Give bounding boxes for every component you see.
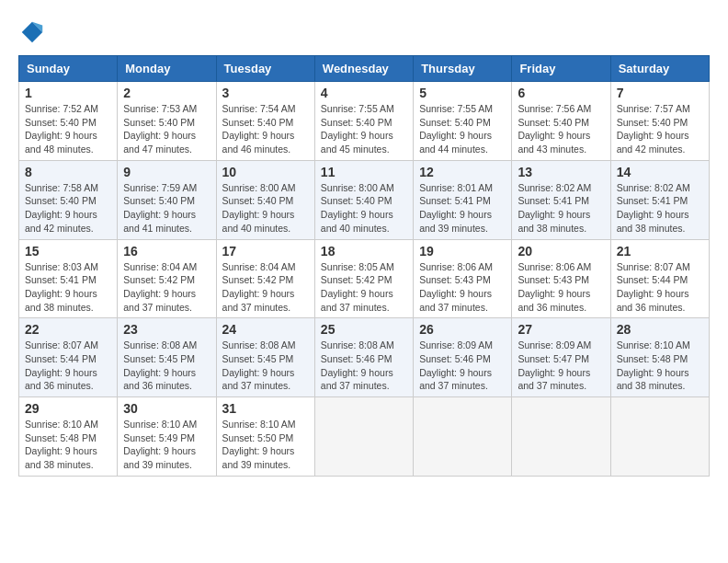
calendar-cell: 19Sunrise: 8:06 AMSunset: 5:43 PMDayligh… — [414, 239, 512, 318]
day-number: 5 — [419, 86, 506, 100]
day-number: 9 — [123, 165, 210, 179]
calendar-week-row: 22Sunrise: 8:07 AMSunset: 5:44 PMDayligh… — [19, 318, 710, 397]
calendar-cell: 12Sunrise: 8:01 AMSunset: 5:41 PMDayligh… — [414, 160, 512, 239]
weekday-header-sunday: Sunday — [19, 56, 118, 82]
day-info: Sunrise: 7:55 AMSunset: 5:40 PMDaylight:… — [419, 102, 506, 156]
calendar-cell: 22Sunrise: 8:07 AMSunset: 5:44 PMDayligh… — [19, 318, 118, 397]
day-number: 17 — [222, 244, 309, 259]
calendar-table: SundayMondayTuesdayWednesdayThursdayFrid… — [18, 55, 710, 477]
day-number: 25 — [321, 322, 407, 337]
weekday-header-thursday: Thursday — [414, 56, 512, 82]
day-info: Sunrise: 7:56 AMSunset: 5:40 PMDaylight:… — [518, 102, 604, 156]
weekday-header-tuesday: Tuesday — [216, 56, 314, 82]
day-number: 8 — [25, 165, 111, 179]
calendar-cell: 28Sunrise: 8:10 AMSunset: 5:48 PMDayligh… — [610, 318, 709, 397]
calendar-cell: 23Sunrise: 8:08 AMSunset: 5:45 PMDayligh… — [118, 318, 216, 397]
calendar-week-row: 1Sunrise: 7:52 AMSunset: 5:40 PMDaylight… — [19, 82, 710, 161]
day-number: 10 — [222, 165, 309, 179]
day-number: 28 — [617, 322, 703, 337]
day-info: Sunrise: 8:10 AMSunset: 5:48 PMDaylight:… — [617, 339, 703, 393]
day-info: Sunrise: 8:08 AMSunset: 5:45 PMDaylight:… — [123, 339, 210, 393]
day-info: Sunrise: 8:10 AMSunset: 5:49 PMDaylight:… — [123, 418, 210, 472]
day-info: Sunrise: 8:10 AMSunset: 5:50 PMDaylight:… — [222, 418, 309, 472]
calendar-cell: 6Sunrise: 7:56 AMSunset: 5:40 PMDaylight… — [512, 82, 610, 161]
calendar-cell: 17Sunrise: 8:04 AMSunset: 5:42 PMDayligh… — [216, 239, 314, 318]
calendar-cell — [314, 397, 413, 477]
calendar-cell — [512, 397, 610, 477]
day-number: 6 — [518, 86, 604, 100]
day-info: Sunrise: 7:55 AMSunset: 5:40 PMDaylight:… — [321, 102, 407, 156]
day-number: 20 — [518, 244, 604, 259]
day-number: 29 — [25, 401, 111, 416]
day-info: Sunrise: 7:54 AMSunset: 5:40 PMDaylight:… — [222, 102, 309, 156]
calendar-cell — [414, 397, 512, 477]
logo — [18, 18, 50, 46]
day-number: 11 — [321, 165, 407, 179]
day-info: Sunrise: 7:53 AMSunset: 5:40 PMDaylight:… — [123, 102, 210, 156]
calendar-cell: 5Sunrise: 7:55 AMSunset: 5:40 PMDaylight… — [414, 82, 512, 161]
day-info: Sunrise: 7:52 AMSunset: 5:40 PMDaylight:… — [25, 102, 111, 156]
day-number: 23 — [123, 322, 210, 337]
day-number: 31 — [222, 401, 309, 416]
page-header — [18, 18, 710, 46]
calendar-cell: 24Sunrise: 8:08 AMSunset: 5:45 PMDayligh… — [216, 318, 314, 397]
day-number: 22 — [25, 322, 111, 337]
day-number: 19 — [419, 244, 506, 259]
day-number: 16 — [123, 244, 210, 259]
day-number: 7 — [617, 86, 703, 100]
day-number: 2 — [123, 86, 210, 100]
calendar-cell: 18Sunrise: 8:05 AMSunset: 5:42 PMDayligh… — [314, 239, 413, 318]
day-info: Sunrise: 8:02 AMSunset: 5:41 PMDaylight:… — [518, 181, 604, 236]
day-info: Sunrise: 7:59 AMSunset: 5:40 PMDaylight:… — [123, 181, 210, 236]
weekday-header-wednesday: Wednesday — [314, 56, 413, 82]
day-info: Sunrise: 8:10 AMSunset: 5:48 PMDaylight:… — [25, 418, 111, 472]
calendar-cell: 16Sunrise: 8:04 AMSunset: 5:42 PMDayligh… — [118, 239, 216, 318]
calendar-cell: 1Sunrise: 7:52 AMSunset: 5:40 PMDaylight… — [19, 82, 118, 161]
day-number: 12 — [419, 165, 506, 179]
calendar-cell: 21Sunrise: 8:07 AMSunset: 5:44 PMDayligh… — [610, 239, 709, 318]
day-info: Sunrise: 8:07 AMSunset: 5:44 PMDaylight:… — [617, 260, 703, 315]
day-info: Sunrise: 7:58 AMSunset: 5:40 PMDaylight:… — [25, 181, 111, 236]
day-info: Sunrise: 8:03 AMSunset: 5:41 PMDaylight:… — [25, 260, 111, 315]
calendar-week-row: 29Sunrise: 8:10 AMSunset: 5:48 PMDayligh… — [19, 397, 710, 477]
weekday-header-friday: Friday — [512, 56, 610, 82]
calendar-cell: 4Sunrise: 7:55 AMSunset: 5:40 PMDaylight… — [314, 82, 413, 161]
logo-icon — [18, 18, 46, 46]
calendar-cell: 10Sunrise: 8:00 AMSunset: 5:40 PMDayligh… — [216, 160, 314, 239]
calendar-cell: 27Sunrise: 8:09 AMSunset: 5:47 PMDayligh… — [512, 318, 610, 397]
day-info: Sunrise: 8:06 AMSunset: 5:43 PMDaylight:… — [518, 260, 604, 315]
day-info: Sunrise: 8:06 AMSunset: 5:43 PMDaylight:… — [419, 260, 506, 315]
day-number: 4 — [321, 86, 407, 100]
calendar-cell: 8Sunrise: 7:58 AMSunset: 5:40 PMDaylight… — [19, 160, 118, 239]
day-info: Sunrise: 8:08 AMSunset: 5:45 PMDaylight:… — [222, 339, 309, 393]
calendar-header-row: SundayMondayTuesdayWednesdayThursdayFrid… — [19, 56, 710, 82]
day-info: Sunrise: 8:07 AMSunset: 5:44 PMDaylight:… — [25, 339, 111, 393]
calendar-cell: 9Sunrise: 7:59 AMSunset: 5:40 PMDaylight… — [118, 160, 216, 239]
calendar-cell — [610, 397, 709, 477]
day-info: Sunrise: 8:00 AMSunset: 5:40 PMDaylight:… — [222, 181, 309, 236]
calendar-cell: 13Sunrise: 8:02 AMSunset: 5:41 PMDayligh… — [512, 160, 610, 239]
weekday-header-monday: Monday — [118, 56, 216, 82]
calendar-cell: 14Sunrise: 8:02 AMSunset: 5:41 PMDayligh… — [610, 160, 709, 239]
day-info: Sunrise: 8:04 AMSunset: 5:42 PMDaylight:… — [222, 260, 309, 315]
calendar-cell: 26Sunrise: 8:09 AMSunset: 5:46 PMDayligh… — [414, 318, 512, 397]
calendar-cell: 30Sunrise: 8:10 AMSunset: 5:49 PMDayligh… — [118, 397, 216, 477]
calendar-cell: 20Sunrise: 8:06 AMSunset: 5:43 PMDayligh… — [512, 239, 610, 318]
day-number: 24 — [222, 322, 309, 337]
day-number: 30 — [123, 401, 210, 416]
calendar-cell: 15Sunrise: 8:03 AMSunset: 5:41 PMDayligh… — [19, 239, 118, 318]
day-number: 27 — [518, 322, 604, 337]
calendar-cell: 2Sunrise: 7:53 AMSunset: 5:40 PMDaylight… — [118, 82, 216, 161]
day-number: 15 — [25, 244, 111, 259]
day-info: Sunrise: 8:08 AMSunset: 5:46 PMDaylight:… — [321, 339, 407, 393]
calendar-week-row: 15Sunrise: 8:03 AMSunset: 5:41 PMDayligh… — [19, 239, 710, 318]
day-number: 3 — [222, 86, 309, 100]
day-info: Sunrise: 8:05 AMSunset: 5:42 PMDaylight:… — [321, 260, 407, 315]
day-info: Sunrise: 7:57 AMSunset: 5:40 PMDaylight:… — [617, 102, 703, 156]
calendar-cell: 29Sunrise: 8:10 AMSunset: 5:48 PMDayligh… — [19, 397, 118, 477]
day-info: Sunrise: 8:04 AMSunset: 5:42 PMDaylight:… — [123, 260, 210, 315]
day-number: 14 — [617, 165, 703, 179]
day-number: 1 — [25, 86, 111, 100]
day-number: 13 — [518, 165, 604, 179]
day-info: Sunrise: 8:02 AMSunset: 5:41 PMDaylight:… — [617, 181, 703, 236]
